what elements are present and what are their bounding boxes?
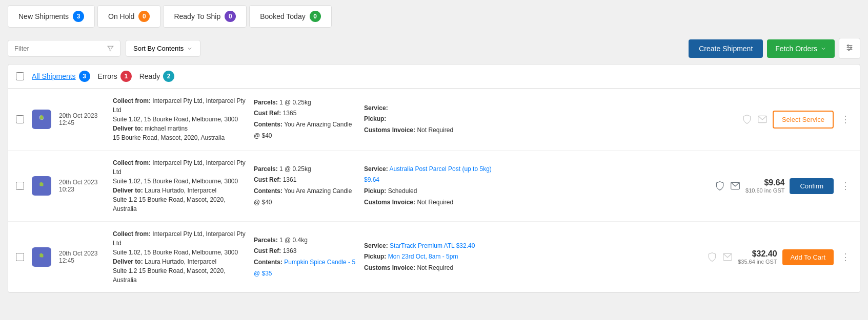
- all-shipments-tab[interactable]: All Shipments 3: [32, 71, 90, 82]
- parcels-2: Parcels: 1 @ 0.25kg Cust Ref: 1361 Conte…: [254, 164, 356, 208]
- create-shipment-button[interactable]: Create Shipment: [689, 39, 763, 58]
- tab-new-shipments[interactable]: New Shipments 3: [8, 5, 95, 28]
- errors-tab[interactable]: Errors 1: [98, 71, 132, 82]
- shield-icon-2: [715, 181, 725, 191]
- deliver-label-2: Deliver to: Laura Hurtado, Interparcel: [113, 186, 246, 195]
- price-inc-2: $10.60 inc GST: [745, 187, 784, 194]
- price-display-3: $32.40 $35.64 inc GST: [738, 249, 777, 265]
- cust-ref-3: Cust Ref: 1363: [254, 246, 356, 257]
- ready-count: 2: [163, 71, 174, 82]
- parcels-count-1: Parcels: 1 @ 0.25kg: [254, 97, 356, 109]
- time-text-1: 12:45: [59, 119, 105, 126]
- select-service-label: Select Service: [782, 116, 824, 123]
- row-checkbox-1[interactable]: [16, 115, 24, 123]
- table-row: 20th Oct 2023 12:45 Collect from: Interp…: [8, 89, 860, 151]
- service-info-3: Service: StarTrack Premium ATL $32.40 Pi…: [364, 241, 492, 274]
- contents-1: Contents: You Are Amazing Candle @ $40: [254, 119, 356, 141]
- contents-2: Contents: You Are Amazing Candle @ $40: [254, 186, 356, 208]
- shopify-icon-2: [32, 176, 51, 196]
- pickup-1: Pickup:: [364, 114, 492, 125]
- service-info-2: Service: Australia Post Parcel Post (up …: [364, 164, 492, 208]
- filter-icon: [107, 45, 114, 52]
- service-info-1: Service: Pickup: Customs Invoice: Not Re…: [364, 103, 492, 136]
- create-shipment-label: Create Shipment: [699, 45, 753, 53]
- chevron-down-icon: [187, 46, 193, 52]
- mail-icon-2: [730, 181, 740, 191]
- table-row: 20th Oct 2023 12:45 Collect from: Interp…: [8, 222, 860, 292]
- price-display-2: $9.64 $10.60 inc GST: [745, 178, 784, 194]
- tab-new-shipments-badge: 3: [73, 11, 84, 22]
- row-checkbox-2[interactable]: [16, 182, 24, 190]
- collect-address-2: Suite 1.02, 15 Bourke Road, Melbourne, 3…: [113, 177, 246, 186]
- deliver-label-3: Deliver to: Laura Hurtado, Interparcel: [113, 257, 246, 266]
- pickup-link-3[interactable]: Mon 23rd Oct, 8am - 5pm: [388, 253, 458, 260]
- customs-2: Customs Invoice: Not Required: [364, 197, 492, 208]
- shipments-table: All Shipments 3 Errors 1 Ready 2 20th Oc…: [8, 64, 860, 293]
- price-main-2: $9.64: [745, 178, 784, 187]
- top-tabs: New Shipments 3 On Hold 0 Ready To Ship …: [0, 0, 868, 33]
- svg-marker-0: [108, 46, 113, 51]
- tab-on-hold-label: On Hold: [108, 12, 134, 20]
- mail-icon-1: [757, 114, 768, 124]
- select-service-button-1[interactable]: Select Service: [773, 111, 834, 129]
- date-text-1: 20th Oct 2023: [59, 112, 105, 119]
- more-options-1[interactable]: ⋮: [839, 113, 852, 126]
- all-shipments-label: All Shipments: [32, 72, 76, 80]
- add-to-cart-button-3[interactable]: Add To Cart: [782, 249, 834, 265]
- fetch-orders-button[interactable]: Fetch Orders: [767, 39, 835, 58]
- confirm-button-2[interactable]: Confirm: [790, 178, 834, 194]
- actions-3: $32.40 $35.64 inc GST Add To Cart ⋮: [707, 249, 852, 265]
- filter-container: [8, 40, 120, 57]
- table-row: 20th Oct 2023 10:23 Collect from: Interp…: [8, 151, 860, 222]
- cust-ref-2: Cust Ref: 1361: [254, 175, 356, 186]
- pickup-3: Pickup: Mon 23rd Oct, 8am - 5pm: [364, 251, 492, 263]
- parcels-count-3: Parcels: 1 @ 0.4kg: [254, 235, 356, 246]
- parcels-3: Parcels: 1 @ 0.4kg Cust Ref: 1363 Conten…: [254, 235, 356, 279]
- tab-ready-to-ship[interactable]: Ready To Ship 0: [163, 5, 247, 28]
- actions-1: Select Service ⋮: [742, 111, 852, 129]
- filter-input[interactable]: [14, 45, 105, 52]
- collect-label-2: Collect from: Interparcel Pty Ltd, Inter…: [113, 158, 246, 177]
- contents-3: Contents: Pumpkin Spice Candle - 5 @ $35: [254, 257, 356, 279]
- customs-1: Customs Invoice: Not Required: [364, 125, 492, 136]
- table-header: All Shipments 3 Errors 1 Ready 2: [8, 65, 860, 89]
- pickup-2: Pickup: Scheduled: [364, 186, 492, 197]
- collect-address-1: Suite 1.02, 15 Bourke Road, Melbourne, 3…: [113, 115, 246, 124]
- date-3: 20th Oct 2023 12:45: [59, 250, 105, 264]
- deliver-address-2: Suite 1.2 15 Bourke Road, Mascot, 2020, …: [113, 195, 246, 214]
- settings-button[interactable]: [839, 38, 860, 59]
- select-all-checkbox[interactable]: [16, 72, 24, 80]
- errors-count: 1: [120, 71, 132, 82]
- ready-label: Ready: [139, 72, 160, 80]
- svg-point-4: [847, 45, 849, 47]
- shopify-icon-1: [32, 110, 51, 129]
- tab-on-hold-badge: 0: [138, 11, 150, 22]
- sort-by-contents-button[interactable]: Sort By Contents: [126, 40, 200, 57]
- deliver-label-1: Deliver to: michael martins: [113, 124, 246, 133]
- shield-icon-1: [742, 114, 752, 124]
- tab-booked-today[interactable]: Booked Today 0: [249, 5, 331, 28]
- date-2: 20th Oct 2023 10:23: [59, 179, 105, 193]
- address-1: Collect from: Interparcel Pty Ltd, Inter…: [113, 96, 246, 142]
- deliver-address-1: 15 Bourke Road, Mascot, 2020, Australia: [113, 133, 246, 142]
- date-text-2: 20th Oct 2023: [59, 179, 105, 186]
- more-options-2[interactable]: ⋮: [839, 179, 852, 193]
- address-3: Collect from: Interparcel Pty Ltd, Inter…: [113, 229, 246, 285]
- service-1: Service:: [364, 103, 492, 114]
- collect-address-3: Suite 1.02, 15 Bourke Road, Melbourne, 3…: [113, 248, 246, 257]
- parcels-count-2: Parcels: 1 @ 0.25kg: [254, 164, 356, 175]
- add-to-cart-label: Add To Cart: [791, 253, 825, 261]
- row-checkbox-3[interactable]: [16, 253, 24, 261]
- price-main-3: $32.40: [738, 249, 777, 259]
- shopify-icon-3: [32, 247, 51, 267]
- toolbar-right: Create Shipment Fetch Orders: [689, 38, 860, 59]
- ready-tab[interactable]: Ready 2: [139, 71, 174, 82]
- fetch-orders-label: Fetch Orders: [775, 45, 817, 53]
- tab-new-shipments-label: New Shipments: [18, 12, 69, 20]
- more-options-3[interactable]: ⋮: [839, 250, 852, 264]
- tab-on-hold[interactable]: On Hold 0: [97, 5, 160, 28]
- svg-point-6: [848, 49, 850, 51]
- address-2: Collect from: Interparcel Pty Ltd, Inter…: [113, 158, 246, 214]
- service-link-3[interactable]: StarTrack Premium ATL $32.40: [390, 242, 475, 249]
- parcels-1: Parcels: 1 @ 0.25kg Cust Ref: 1365 Conte…: [254, 97, 356, 141]
